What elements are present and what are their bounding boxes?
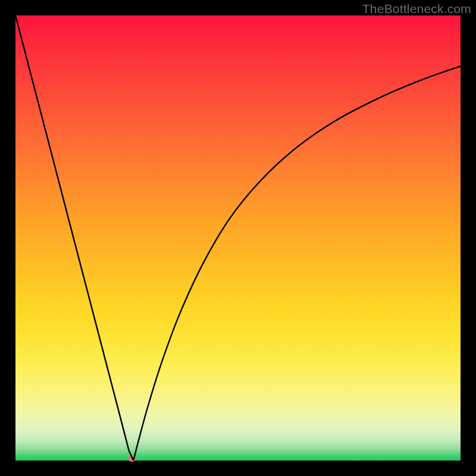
chart-frame <box>15 15 461 461</box>
watermark-text: TheBottleneck.com <box>362 2 471 16</box>
curve-left-branch <box>15 15 133 461</box>
curve-right-branch <box>133 66 461 461</box>
bottleneck-curve <box>15 15 461 461</box>
